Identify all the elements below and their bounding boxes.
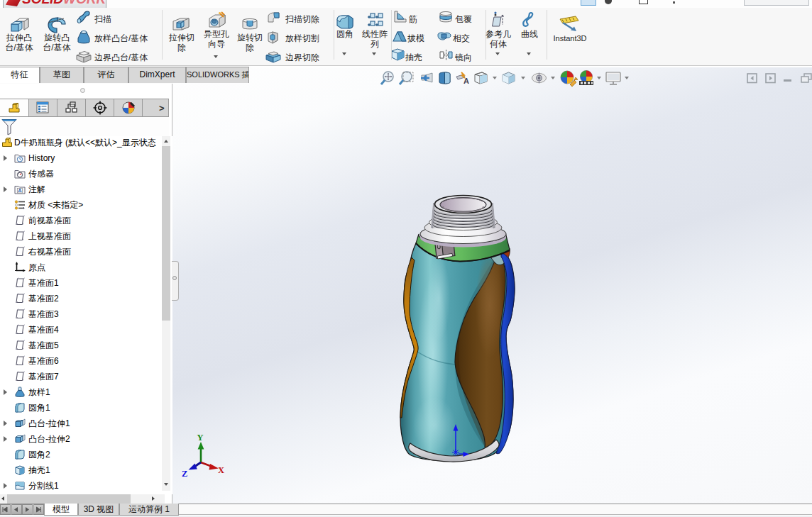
svg-text:A: A: [18, 187, 22, 194]
svg-text:A: A: [463, 77, 469, 85]
